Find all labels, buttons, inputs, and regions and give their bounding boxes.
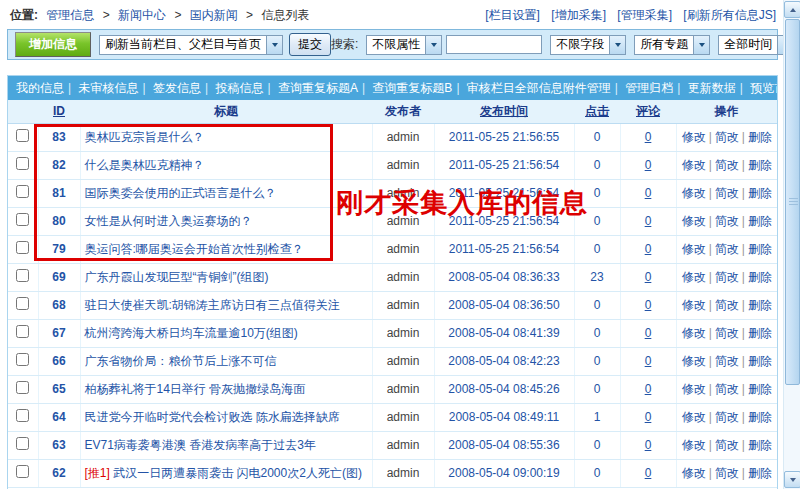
- header-publish-time[interactable]: 发布时间: [434, 100, 574, 123]
- row-title-link[interactable]: 女性是从何时进入奥运赛场的？: [85, 214, 253, 228]
- row-title-link[interactable]: 国际奥委会使用的正式语言是什么？: [85, 186, 277, 200]
- row-op-link[interactable]: 删除: [748, 158, 772, 172]
- row-op-link[interactable]: 修改: [682, 270, 706, 284]
- row-comments-link[interactable]: 0: [645, 354, 652, 368]
- row-op-link[interactable]: 修改: [682, 438, 706, 452]
- row-title-link[interactable]: 奥林匹克宗旨是什么？: [85, 130, 205, 144]
- row-op-link[interactable]: 删除: [748, 242, 772, 256]
- row-checkbox[interactable]: [16, 129, 29, 142]
- scroll-down-button[interactable]: [784, 471, 800, 488]
- row-checkbox[interactable]: [16, 213, 29, 226]
- row-comments-link[interactable]: 0: [645, 186, 652, 200]
- tab-unreviewed-info[interactable]: 未审核信息: [78, 81, 138, 95]
- chevron-down-icon[interactable]: [693, 36, 709, 54]
- row-comments-link[interactable]: 0: [645, 242, 652, 256]
- row-op-link[interactable]: 删除: [748, 130, 772, 144]
- field-filter-select[interactable]: 不限字段: [550, 35, 626, 55]
- row-checkbox[interactable]: [16, 185, 29, 198]
- row-title-link[interactable]: 广东丹霞山发现巨型“青铜剑”(组图): [85, 270, 269, 284]
- row-title-link[interactable]: 驻日大使崔天凯:胡锦涛主席访日有三点值得关注: [85, 298, 340, 312]
- header-comments[interactable]: 评论: [620, 100, 676, 123]
- row-op-link[interactable]: 修改: [682, 298, 706, 312]
- row-op-link[interactable]: 删除: [748, 438, 772, 452]
- top-link-refresh-all-js[interactable]: [刷新所有信息JS]: [683, 8, 776, 22]
- row-comments-link[interactable]: 0: [645, 270, 652, 284]
- row-checkbox[interactable]: [16, 353, 29, 366]
- tab-archive-manage[interactable]: 管理归档: [625, 81, 673, 95]
- row-title-link[interactable]: 广东省物价局：粮价节后上涨不可信: [85, 354, 277, 368]
- row-checkbox[interactable]: [16, 297, 29, 310]
- row-op-link[interactable]: 删除: [748, 382, 772, 396]
- row-op-link[interactable]: 修改: [682, 186, 706, 200]
- add-info-button[interactable]: 增加信息: [15, 32, 91, 57]
- refresh-scope-select[interactable]: 刷新当前栏目、父栏目与首页: [99, 35, 283, 55]
- row-op-link[interactable]: 简改: [715, 186, 739, 200]
- chevron-down-icon[interactable]: [266, 36, 282, 54]
- row-comments-link[interactable]: 0: [645, 214, 652, 228]
- row-op-link[interactable]: 删除: [748, 354, 772, 368]
- row-op-link[interactable]: 简改: [715, 214, 739, 228]
- row-op-link[interactable]: 删除: [748, 270, 772, 284]
- row-op-link[interactable]: 修改: [682, 410, 706, 424]
- tab-update-data[interactable]: 更新数据: [688, 81, 736, 95]
- row-op-link[interactable]: 修改: [682, 382, 706, 396]
- row-op-link[interactable]: 删除: [748, 214, 772, 228]
- row-op-link[interactable]: 简改: [715, 270, 739, 284]
- row-op-link[interactable]: 删除: [748, 298, 772, 312]
- breadcrumb-link-manage-info[interactable]: 管理信息: [46, 8, 94, 22]
- tab-contributed-info[interactable]: 投稿信息: [215, 81, 263, 95]
- topic-filter-select[interactable]: 所有专题: [634, 35, 710, 55]
- tab-my-info[interactable]: 我的信息: [16, 81, 64, 95]
- row-checkbox[interactable]: [16, 325, 29, 338]
- row-comments-link[interactable]: 0: [645, 158, 652, 172]
- row-op-link[interactable]: 修改: [682, 466, 706, 480]
- row-comments-link[interactable]: 0: [645, 298, 652, 312]
- row-checkbox[interactable]: [16, 241, 29, 254]
- attribute-filter-select[interactable]: 不限属性: [366, 35, 442, 55]
- row-comments-link[interactable]: 0: [645, 382, 652, 396]
- row-op-link[interactable]: 删除: [748, 466, 772, 480]
- chevron-down-icon[interactable]: [609, 36, 625, 54]
- row-title-link[interactable]: 什么是奥林匹克精神？: [85, 158, 205, 172]
- submit-button[interactable]: 提交: [289, 33, 331, 56]
- top-link-add-collect[interactable]: [增加采集]: [551, 8, 606, 22]
- row-comments-link[interactable]: 0: [645, 438, 652, 452]
- search-input[interactable]: [446, 35, 542, 54]
- row-title-link[interactable]: 民进党今开临时党代会检讨败选 陈水扁选择缺席: [85, 410, 340, 424]
- row-op-link[interactable]: 简改: [715, 410, 739, 424]
- tab-duplicate-title-a[interactable]: 查询重复标题A: [278, 81, 358, 95]
- row-op-link[interactable]: 修改: [682, 326, 706, 340]
- breadcrumb-link-domestic-news[interactable]: 国内新闻: [190, 8, 238, 22]
- row-op-link[interactable]: 简改: [715, 242, 739, 256]
- scroll-up-button[interactable]: [784, 1, 800, 18]
- row-checkbox[interactable]: [16, 157, 29, 170]
- row-op-link[interactable]: 修改: [682, 130, 706, 144]
- row-checkbox[interactable]: [16, 269, 29, 282]
- row-op-link[interactable]: 修改: [682, 214, 706, 228]
- row-comments-link[interactable]: 0: [645, 410, 652, 424]
- row-op-link[interactable]: 简改: [715, 158, 739, 172]
- row-op-link[interactable]: 简改: [715, 130, 739, 144]
- tab-attachment-manage[interactable]: 附件管理: [563, 81, 611, 95]
- tab-review-all-column-info[interactable]: 审核栏目全部信息: [467, 81, 563, 95]
- row-title-link[interactable]: [推1] 武汉一日两遭暴雨袭击 闪电2000次2人死亡(图): [85, 466, 362, 480]
- row-checkbox[interactable]: [16, 465, 29, 478]
- row-op-link[interactable]: 删除: [748, 410, 772, 424]
- tab-duplicate-title-b[interactable]: 查询重复标题B: [372, 81, 452, 95]
- row-op-link[interactable]: 修改: [682, 354, 706, 368]
- scrollbar-thumb[interactable]: [785, 19, 800, 385]
- row-op-link[interactable]: 修改: [682, 158, 706, 172]
- row-title-link[interactable]: 柏杨葬礼将于14日举行 骨灰抛撒绿岛海面: [85, 382, 306, 396]
- breadcrumb-link-news-center[interactable]: 新闻中心: [118, 8, 166, 22]
- row-checkbox[interactable]: [16, 381, 29, 394]
- row-op-link[interactable]: 删除: [748, 186, 772, 200]
- header-id[interactable]: ID: [38, 100, 80, 123]
- row-comments-link[interactable]: 0: [645, 130, 652, 144]
- row-op-link[interactable]: 简改: [715, 298, 739, 312]
- row-comments-link[interactable]: 0: [645, 326, 652, 340]
- chevron-down-icon[interactable]: [425, 36, 441, 54]
- row-op-link[interactable]: 简改: [715, 466, 739, 480]
- row-comments-link[interactable]: 0: [645, 466, 652, 480]
- header-clicks[interactable]: 点击: [574, 100, 620, 123]
- top-link-column-settings[interactable]: [栏目设置]: [485, 8, 540, 22]
